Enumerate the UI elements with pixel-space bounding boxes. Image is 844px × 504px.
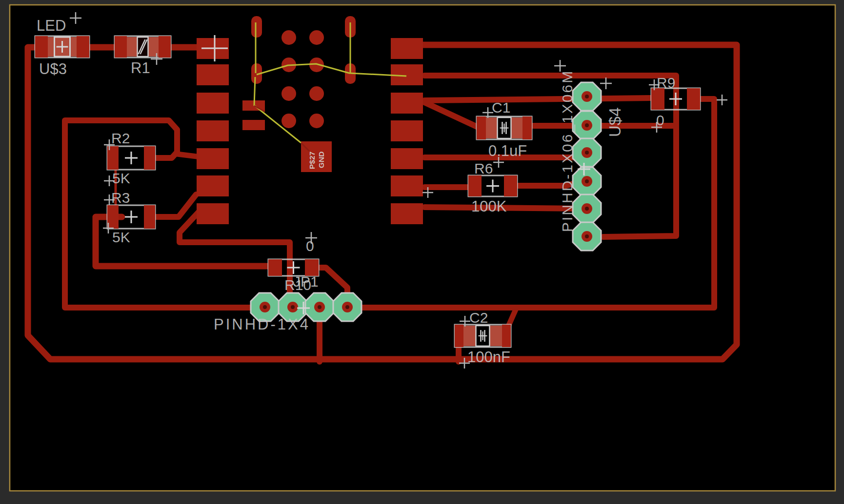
round-pad[interactable] bbox=[281, 86, 296, 101]
board-canvas[interactable]: P$27GNDLEDU$3R1R25KR35K0R10JP1PINHD-1X4C… bbox=[0, 0, 844, 504]
label-r6-value: 100K bbox=[471, 198, 507, 215]
label-u4-part: PINHD-1X06_1X06M bbox=[559, 70, 575, 232]
smd-pad[interactable] bbox=[197, 64, 229, 85]
round-pad[interactable] bbox=[309, 114, 324, 128]
round-pad[interactable] bbox=[281, 30, 296, 45]
smd-pad[interactable] bbox=[391, 203, 423, 224]
component-c2-pad-1[interactable] bbox=[455, 325, 463, 347]
round-pad[interactable] bbox=[309, 86, 324, 101]
smd-pad[interactable] bbox=[197, 93, 229, 114]
smd-pad[interactable] bbox=[197, 120, 229, 141]
smd-pad[interactable] bbox=[391, 148, 423, 169]
smd-pad[interactable] bbox=[391, 175, 423, 196]
component-r2-pad-2[interactable] bbox=[144, 146, 155, 170]
smd-pad-rounded[interactable] bbox=[251, 16, 262, 38]
label-r1: R1 bbox=[131, 59, 150, 77]
copper-trace[interactable] bbox=[177, 154, 197, 156]
pcb-editor-viewport[interactable]: P$27GNDLEDU$3R1R25KR35K0R10JP1PINHD-1X4C… bbox=[0, 0, 844, 504]
tht-pad-drill bbox=[263, 305, 267, 309]
label-u4: U$4 bbox=[606, 107, 624, 137]
label-r10-value: 0 bbox=[306, 238, 314, 254]
component-r9-pad-1[interactable] bbox=[651, 88, 664, 110]
label-r6: R6 bbox=[474, 160, 493, 176]
label-c2-value: 100nF bbox=[467, 349, 510, 366]
label-c2: C2 bbox=[469, 310, 488, 326]
label-u3: U$3 bbox=[39, 60, 67, 78]
smd-pad[interactable] bbox=[391, 120, 423, 141]
round-pad[interactable] bbox=[309, 30, 324, 45]
smd-pad[interactable] bbox=[391, 93, 423, 114]
label-led: LED bbox=[37, 17, 66, 34]
tht-pad-drill bbox=[585, 95, 589, 98]
tht-pad-drill bbox=[345, 305, 349, 309]
component-c2-pad-2[interactable] bbox=[502, 325, 511, 347]
smd-pad[interactable] bbox=[242, 120, 265, 130]
smd-pad[interactable] bbox=[197, 203, 229, 224]
tht-pad-drill bbox=[585, 179, 589, 183]
label-r3: R3 bbox=[111, 190, 130, 206]
component-u3-pad-1[interactable] bbox=[35, 36, 48, 58]
component-r6-pad-2[interactable] bbox=[504, 175, 517, 196]
round-pad[interactable] bbox=[281, 114, 296, 128]
component-r6-pad-1[interactable] bbox=[468, 175, 482, 196]
gnd-pad-label-2: GND bbox=[317, 152, 325, 168]
component-u3-pad-2[interactable] bbox=[77, 36, 89, 58]
label-c1: C1 bbox=[492, 99, 510, 116]
component-r10-pad-1[interactable] bbox=[268, 259, 282, 276]
gnd-pad-p27[interactable] bbox=[301, 141, 332, 172]
smd-pad[interactable] bbox=[197, 148, 229, 169]
component-r1-pad-2[interactable] bbox=[159, 36, 171, 58]
copper-trace[interactable] bbox=[424, 98, 651, 100]
tht-pad-drill bbox=[318, 305, 322, 309]
label-r3-value: 5K bbox=[112, 229, 130, 245]
tht-pad-drill bbox=[585, 123, 589, 127]
label-r9-value: 0 bbox=[656, 112, 664, 128]
smd-pad[interactable] bbox=[197, 175, 229, 196]
label-jp1: JP1 bbox=[293, 273, 319, 290]
tht-pad-drill bbox=[585, 151, 589, 155]
component-r3-pad-1[interactable] bbox=[107, 205, 119, 229]
component-c1-pad-1[interactable] bbox=[477, 116, 486, 139]
component-c1-pad-2[interactable] bbox=[522, 116, 532, 139]
gnd-pad-label-1: P$27 bbox=[308, 152, 316, 169]
label-r2-value: 5K bbox=[112, 170, 130, 186]
label-r9: R9 bbox=[657, 75, 675, 91]
tht-pad-drill bbox=[291, 305, 295, 309]
smd-pad[interactable] bbox=[391, 38, 423, 59]
tht-pad-drill bbox=[585, 234, 589, 238]
component-r9-pad-2[interactable] bbox=[687, 88, 700, 110]
label-r2: R2 bbox=[111, 130, 130, 146]
label-jp1-part: PINHD-1X4 bbox=[214, 316, 310, 333]
component-r1-pad-1[interactable] bbox=[115, 36, 127, 58]
component-r3-pad-2[interactable] bbox=[144, 205, 155, 229]
tht-pad-drill bbox=[585, 207, 589, 211]
label-c1-value: 0.1uF bbox=[488, 142, 527, 159]
